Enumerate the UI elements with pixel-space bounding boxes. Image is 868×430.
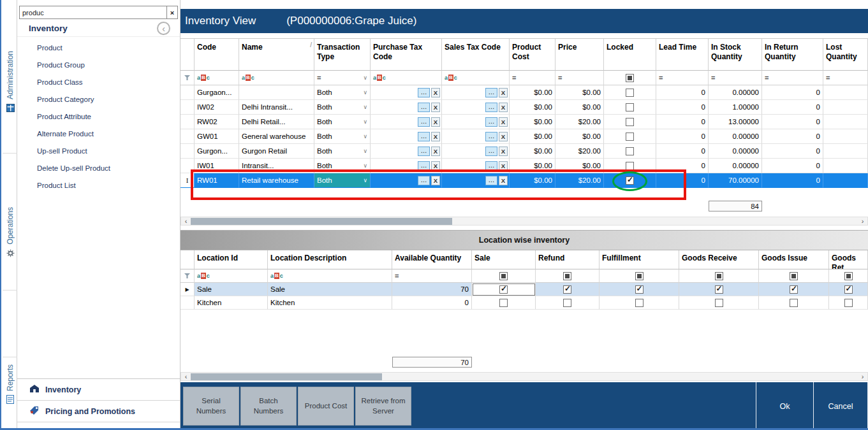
cell-name[interactable]: Delhi Intransit... bbox=[239, 100, 314, 115]
cell-purchase-tax[interactable]: …X bbox=[371, 85, 442, 100]
filter-price[interactable]: = bbox=[555, 71, 604, 85]
cell-product-cost[interactable]: $0.00 bbox=[510, 115, 555, 129]
col-header-locked[interactable]: Locked bbox=[604, 39, 656, 71]
chevron-down-icon[interactable]: ∨ bbox=[363, 162, 367, 169]
batch-numbers-button[interactable]: Batch Numbers bbox=[240, 387, 297, 426]
cell-purchase-tax[interactable]: …X bbox=[371, 173, 442, 188]
cell-lead-time[interactable]: 0 bbox=[656, 144, 709, 159]
cell-sales-tax[interactable]: …X bbox=[442, 85, 510, 100]
chevron-down-icon[interactable]: ∨ bbox=[363, 177, 367, 183]
col-header-sales-tax[interactable]: Sales Tax Code bbox=[442, 39, 510, 71]
table-row[interactable]: GW01 General warehouse Both∨ …X …X $0.00… bbox=[180, 129, 868, 144]
cell-sales-tax[interactable]: …X bbox=[442, 129, 510, 144]
cell-in-return[interactable]: 0 bbox=[762, 129, 823, 144]
col-header-goods-return[interactable]: Goods Ret bbox=[829, 250, 868, 269]
cell-price[interactable]: $0.00 bbox=[555, 159, 604, 173]
ellipsis-button[interactable]: … bbox=[485, 117, 497, 127]
cell-locked[interactable] bbox=[604, 115, 656, 129]
ellipsis-button[interactable]: … bbox=[485, 161, 497, 171]
locked-checkbox[interactable] bbox=[626, 118, 634, 126]
horizontal-scrollbar[interactable]: ‹ › bbox=[180, 372, 868, 381]
sale-checkbox[interactable] bbox=[499, 285, 508, 294]
clear-button[interactable]: X bbox=[499, 147, 508, 156]
filter-code[interactable]: aBc bbox=[195, 71, 239, 85]
goods-return-checkbox[interactable] bbox=[844, 299, 853, 307]
cell-in-stock[interactable]: 0.00000 bbox=[709, 129, 762, 144]
goods-issue-checkbox[interactable] bbox=[790, 285, 798, 294]
cell-product-cost[interactable]: $0.00 bbox=[510, 100, 555, 115]
cell-refund[interactable] bbox=[536, 296, 600, 310]
ellipsis-button[interactable]: … bbox=[485, 103, 497, 112]
filter-transaction-type[interactable]: =∨ bbox=[314, 71, 371, 85]
cell-lost[interactable] bbox=[823, 173, 868, 188]
table-row[interactable]: Kitchen Kitchen 0 bbox=[180, 296, 868, 310]
sidebar-item-product-group[interactable]: Product Group bbox=[17, 57, 180, 74]
cell-product-cost[interactable]: $0.00 bbox=[510, 173, 555, 188]
table-row-selected[interactable]: I RW01 Retail warehouse Both∨ …X …X $0.0… bbox=[180, 173, 868, 188]
col-header-goods-issue[interactable]: Goods Issue bbox=[759, 250, 829, 269]
cell-location-description[interactable]: Sale bbox=[268, 283, 392, 296]
cell-locked[interactable] bbox=[604, 144, 656, 159]
cell-price[interactable]: $20.00 bbox=[555, 173, 604, 188]
table-row[interactable]: IW02 Delhi Intransit... Both∨ …X …X $0.0… bbox=[180, 100, 868, 115]
cell-in-return[interactable]: 0 bbox=[762, 100, 823, 115]
cell-code[interactable]: RW01 bbox=[195, 173, 239, 188]
cell-code[interactable]: IW02 bbox=[195, 100, 239, 115]
col-header-goods-receive[interactable]: Goods Receive bbox=[679, 250, 759, 269]
scrollbar-thumb[interactable] bbox=[191, 373, 382, 380]
cell-location-id[interactable]: Sale bbox=[195, 283, 268, 296]
cell-available-quantity[interactable]: 0 bbox=[392, 296, 472, 310]
goods-return-checkbox[interactable] bbox=[844, 285, 853, 294]
tab-reports[interactable]: Reports bbox=[3, 364, 18, 406]
col-header-lost[interactable]: Lost Quantity bbox=[823, 39, 868, 71]
table-row-selected[interactable]: ▶ Sale Sale 70 bbox=[180, 283, 868, 296]
sidebar-item-product-attribute[interactable]: Product Attribute bbox=[17, 108, 180, 125]
cell-name[interactable]: Gurgon Retail bbox=[239, 144, 314, 159]
clear-button[interactable]: X bbox=[499, 176, 508, 185]
ellipsis-button[interactable]: … bbox=[418, 88, 430, 97]
cell-price[interactable]: $0.00 bbox=[555, 85, 604, 100]
ellipsis-button[interactable]: … bbox=[485, 176, 497, 185]
tab-administration[interactable]: Administration bbox=[3, 51, 18, 115]
locked-checkbox[interactable] bbox=[626, 147, 634, 155]
cell-sale[interactable] bbox=[472, 296, 536, 310]
cell-lead-time[interactable]: 0 bbox=[656, 129, 709, 144]
clear-button[interactable]: X bbox=[431, 147, 440, 156]
clear-button[interactable]: X bbox=[431, 103, 440, 112]
cancel-button[interactable]: Cancel bbox=[813, 382, 868, 430]
col-header-price[interactable]: Price bbox=[555, 39, 604, 71]
cell-code[interactable]: Gurgaon... bbox=[195, 85, 239, 100]
clear-button[interactable]: X bbox=[499, 103, 508, 112]
ellipsis-button[interactable]: … bbox=[418, 117, 430, 127]
filter-lost[interactable]: = bbox=[823, 71, 868, 85]
cell-sales-tax[interactable]: …X bbox=[442, 173, 510, 188]
filter-sales-tax[interactable]: aBc bbox=[442, 71, 510, 85]
goods-issue-checkbox[interactable] bbox=[790, 299, 798, 307]
cell-price[interactable]: $0.00 bbox=[555, 100, 604, 115]
col-header-name[interactable]: Name/ bbox=[239, 39, 314, 71]
cell-fulfillment[interactable] bbox=[600, 283, 679, 296]
cell-goods-receive[interactable] bbox=[679, 296, 759, 310]
cell-product-cost[interactable]: $0.00 bbox=[510, 144, 555, 159]
filter-fulfillment[interactable] bbox=[600, 269, 679, 283]
filter-sale[interactable] bbox=[472, 269, 536, 283]
ellipsis-button[interactable]: … bbox=[418, 176, 430, 185]
table-row[interactable]: Gurgaon... Both∨ …X …X $0.00 $0.00 0 0.0… bbox=[180, 85, 868, 100]
chevron-down-icon[interactable]: ∨ bbox=[363, 118, 367, 125]
ellipsis-button[interactable]: … bbox=[418, 147, 430, 156]
cell-transaction-type[interactable]: Both∨ bbox=[314, 144, 371, 159]
chevron-down-icon[interactable]: ∨ bbox=[363, 148, 367, 154]
filter-available-quantity[interactable]: = bbox=[392, 269, 472, 283]
col-header-available-quantity[interactable]: Available Quantity bbox=[392, 250, 472, 269]
cell-in-return[interactable]: 0 bbox=[762, 173, 823, 188]
cell-price[interactable]: $0.00 bbox=[555, 129, 604, 144]
fulfillment-filter-checkbox[interactable] bbox=[635, 272, 644, 280]
ok-button[interactable]: Ok bbox=[756, 382, 813, 430]
table-row[interactable]: RW02 Delhi Retail... Both∨ …X …X $0.00 $… bbox=[180, 115, 868, 129]
cell-price[interactable]: $20.00 bbox=[555, 115, 604, 129]
ellipsis-button[interactable]: … bbox=[485, 132, 497, 141]
goods-return-filter-checkbox[interactable] bbox=[844, 272, 853, 280]
clear-button[interactable]: X bbox=[431, 176, 440, 185]
cell-transaction-type[interactable]: Both∨ bbox=[314, 85, 371, 100]
scroll-right-icon[interactable]: › bbox=[858, 373, 867, 380]
